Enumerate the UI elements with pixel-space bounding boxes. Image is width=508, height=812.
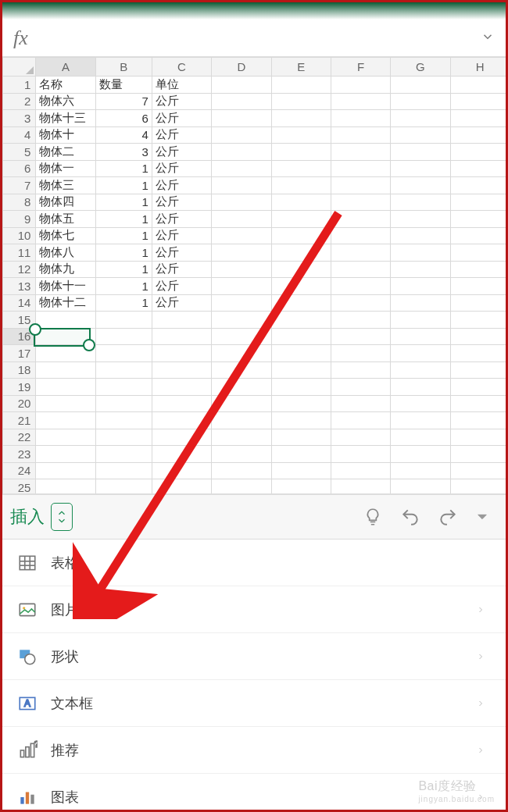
cell[interactable] xyxy=(152,429,211,446)
cell[interactable]: 1 xyxy=(95,211,152,228)
table-row[interactable]: 22 xyxy=(3,429,506,446)
cell[interactable]: 1 xyxy=(95,278,152,295)
cell[interactable] xyxy=(95,479,152,495)
cell[interactable] xyxy=(36,312,95,329)
cell[interactable] xyxy=(450,412,506,429)
cell[interactable] xyxy=(212,278,271,295)
row-header[interactable]: 18 xyxy=(3,361,36,379)
cell[interactable]: 公斤 xyxy=(152,126,211,144)
cell[interactable] xyxy=(450,261,506,278)
table-row[interactable]: 1名称数量单位 xyxy=(3,77,506,94)
column-header-row[interactable]: A B C D E F G H xyxy=(3,58,506,77)
selection-handle-br[interactable] xyxy=(83,339,95,351)
cell[interactable]: 1 xyxy=(95,194,152,211)
cell[interactable] xyxy=(331,278,390,295)
cell[interactable]: 公斤 xyxy=(152,110,211,127)
cell[interactable]: 物体十 xyxy=(36,126,95,144)
row-header[interactable]: 24 xyxy=(3,462,36,479)
cell[interactable]: 3 xyxy=(95,144,152,161)
cell[interactable] xyxy=(36,395,95,412)
cell[interactable] xyxy=(95,446,152,463)
cell[interactable] xyxy=(95,429,152,446)
row-header[interactable]: 1 xyxy=(3,77,36,94)
cell[interactable]: 1 xyxy=(95,227,152,244)
cell[interactable] xyxy=(391,126,450,144)
ribbon-tab-selector[interactable]: 插入 xyxy=(10,503,73,531)
cell[interactable] xyxy=(450,446,506,463)
menu-item-recommend[interactable]: ? 推荐 xyxy=(2,727,506,774)
col-header-G[interactable]: G xyxy=(391,58,450,77)
col-header-H[interactable]: H xyxy=(450,58,506,77)
cell[interactable] xyxy=(36,412,95,429)
cell-selection[interactable] xyxy=(34,328,91,347)
cell[interactable] xyxy=(391,328,450,345)
cell[interactable]: 公斤 xyxy=(152,93,211,110)
cell[interactable] xyxy=(450,126,506,144)
cell[interactable] xyxy=(391,278,450,295)
row-header[interactable]: 13 xyxy=(3,278,36,295)
cell[interactable]: 物体七 xyxy=(36,227,95,244)
cell[interactable] xyxy=(212,211,271,228)
cell[interactable] xyxy=(271,110,331,127)
cell[interactable]: 公斤 xyxy=(152,244,211,262)
cell[interactable] xyxy=(212,77,271,94)
cell[interactable] xyxy=(212,345,271,362)
table-row[interactable]: 21 xyxy=(3,412,506,429)
cell[interactable]: 公斤 xyxy=(152,160,211,177)
cell[interactable] xyxy=(450,395,506,412)
cell[interactable] xyxy=(36,429,95,446)
cell[interactable] xyxy=(450,211,506,228)
row-header[interactable]: 25 xyxy=(3,479,36,495)
cell[interactable] xyxy=(391,211,450,228)
cell[interactable] xyxy=(450,479,506,495)
cell[interactable] xyxy=(271,312,331,329)
cell[interactable]: 1 xyxy=(95,177,152,194)
cell[interactable] xyxy=(271,93,331,110)
cell[interactable]: 公斤 xyxy=(152,227,211,244)
cell[interactable]: 1 xyxy=(95,261,152,278)
cell[interactable]: 6 xyxy=(95,110,152,127)
col-header-D[interactable]: D xyxy=(212,58,271,77)
cell[interactable] xyxy=(391,77,450,94)
cell[interactable] xyxy=(450,328,506,345)
cell[interactable] xyxy=(152,361,211,379)
cell[interactable] xyxy=(391,429,450,446)
row-header[interactable]: 6 xyxy=(3,160,36,177)
cell[interactable] xyxy=(391,110,450,127)
cell[interactable] xyxy=(331,479,390,495)
cell[interactable]: 物体一 xyxy=(36,160,95,177)
cell[interactable] xyxy=(212,462,271,479)
table-row[interactable]: 18 xyxy=(3,361,506,379)
table-row[interactable]: 4物体十4公斤 xyxy=(3,126,506,144)
row-header[interactable]: 2 xyxy=(3,93,36,110)
cell[interactable] xyxy=(212,429,271,446)
redo-button[interactable] xyxy=(429,498,467,536)
table-row[interactable]: 2物体六7公斤 xyxy=(3,93,506,110)
cell[interactable] xyxy=(450,312,506,329)
table-row[interactable]: 12物体九1公斤 xyxy=(3,261,506,278)
undo-button[interactable] xyxy=(392,498,429,536)
cell[interactable] xyxy=(331,227,390,244)
row-header[interactable]: 9 xyxy=(3,211,36,228)
cell[interactable] xyxy=(95,361,152,379)
cell[interactable]: 物体十二 xyxy=(36,294,95,312)
menu-item-table[interactable]: 表格 xyxy=(2,540,506,586)
cell[interactable] xyxy=(450,177,506,194)
cell[interactable] xyxy=(212,110,271,127)
cell[interactable] xyxy=(212,144,271,161)
cell[interactable] xyxy=(271,177,331,194)
cell[interactable]: 公斤 xyxy=(152,211,211,228)
cell[interactable] xyxy=(95,395,152,412)
cell[interactable] xyxy=(212,194,271,211)
cell[interactable] xyxy=(152,446,211,463)
cell[interactable] xyxy=(212,177,271,194)
cell[interactable] xyxy=(95,328,152,345)
cell[interactable] xyxy=(331,160,390,177)
cell[interactable] xyxy=(450,244,506,262)
cell[interactable] xyxy=(391,194,450,211)
menu-item-shapes[interactable]: 形状 xyxy=(2,633,506,680)
cell[interactable] xyxy=(271,144,331,161)
cell[interactable] xyxy=(212,244,271,262)
cell[interactable]: 公斤 xyxy=(152,144,211,161)
cell[interactable] xyxy=(331,412,390,429)
